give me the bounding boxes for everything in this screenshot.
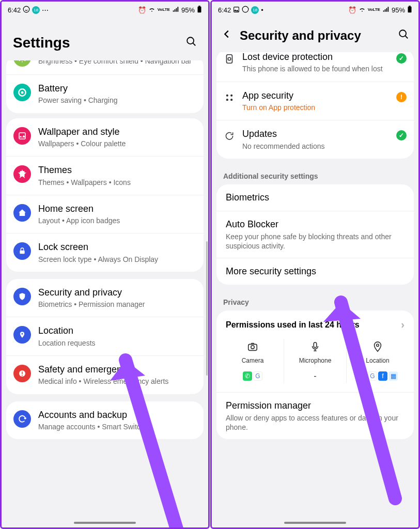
status-ok-icon: ✓ [396,53,407,64]
settings-item-security[interactable]: Security and privacy Biometrics • Permis… [6,279,204,317]
settings-item-sub: Themes • Wallpapers • Icons [38,178,196,187]
settings-item-lock[interactable]: Lock screen Screen lock type • Always On… [6,233,204,272]
item-updates[interactable]: Updates No recommended actions ✓ [216,120,414,159]
google-app-icon: G [368,371,377,381]
svg-rect-18 [408,7,412,12]
whatsapp-icon [23,6,30,14]
svg-point-29 [251,346,254,349]
themes-icon [13,165,31,183]
location-pin-icon [13,326,31,344]
perm-apps: ✆ G [223,371,283,381]
item-app-security[interactable]: App security Turn on App protection ! [216,82,414,120]
settings-header: Settings [2,18,208,60]
status-more-icon: ⋯ [42,7,49,13]
page-title: Settings [13,35,70,51]
signal-icon [382,6,390,14]
settings-card: Wallpaper and style Wallpapers • Colour … [6,118,204,272]
perm-apps: ✺ G f ▦ [348,371,408,381]
permissions-header[interactable]: Permissions used in last 24 hours › [216,310,414,336]
whatsapp-app-icon: ✆ [243,371,252,381]
item-label: App security [242,90,389,102]
gesture-bar[interactable] [74,522,136,524]
settings-card: Security and privacy Biometrics • Permis… [6,279,204,394]
battery-settings-icon [13,84,31,101]
wallpaper-icon [13,127,31,145]
settings-item-label: Accounts and backup [38,409,196,421]
svg-point-27 [230,99,232,101]
signal-icon [172,6,179,14]
gesture-bar[interactable] [284,522,346,524]
settings-item-safety[interactable]: Safety and emergency Medical info • Wire… [6,355,204,394]
svg-point-31 [377,344,379,347]
wifi-icon [359,6,366,14]
settings-item-label: Lock screen [38,241,196,253]
settings-item-sub: Manage accounts • Smart Switch [38,422,196,431]
wifi-icon [148,6,155,14]
search-icon[interactable] [185,36,197,50]
settings-screen: 6:42 18 ⋯ ⏰ VoLTE 95% Settings [0,0,210,529]
settings-item-location[interactable]: Location Location requests [6,317,204,355]
settings-item-sub: Wallpapers • Colour palette [38,139,196,148]
alarm-icon: ⏰ [138,7,146,13]
battery-percent: 95% [392,6,405,14]
svg-point-0 [23,6,29,12]
shield-icon [13,288,31,305]
security-header: Security and privacy [212,18,418,52]
privacy-card: Permissions used in last 24 hours › Came… [216,310,414,439]
battery-icon [407,6,412,14]
svg-point-20 [399,30,406,37]
settings-item-themes[interactable]: Themes Themes • Wallpapers • Icons [6,156,204,195]
svg-point-26 [226,99,228,101]
svg-line-21 [406,36,408,39]
chevron-right-icon: › [401,319,405,331]
status-time: 6:42 [218,6,231,14]
svg-rect-8 [19,133,25,139]
camera-icon [223,341,283,355]
lock-icon [13,242,31,260]
section-header: Privacy [212,292,418,310]
perm-microphone[interactable]: Microphone - [284,339,347,383]
status-warn-icon: ! [396,92,407,102]
settings-item-sub: Power saving • Charging [38,96,196,105]
battery-icon [197,6,202,14]
settings-item-home[interactable]: Home screen Layout • App icon badges [6,195,204,234]
status-bar: 6:42 18 ⋯ ⏰ VoLTE 95% [2,2,208,18]
item-auto-blocker[interactable]: Auto Blocker Keep your phone safe by blo… [216,211,414,258]
svg-point-3 [187,37,194,44]
settings-card: Accounts and backup Manage accounts • Sm… [6,401,204,440]
find-device-icon [224,53,235,65]
perm-apps: - [285,371,345,381]
app-icon: ✺ [357,371,367,381]
whatsapp-icon [242,6,249,14]
item-biometrics[interactable]: Biometrics [216,184,414,211]
settings-item-wallpaper[interactable]: Wallpaper and style Wallpapers • Colour … [6,118,204,157]
settings-item-label: Themes [38,164,196,176]
back-icon[interactable] [221,28,232,43]
item-more-security[interactable]: More security settings [216,258,414,285]
settings-card: Brightness • Eye comfort shield • Naviga… [6,60,204,113]
settings-item-display[interactable]: Brightness • Eye comfort shield • Naviga… [6,60,204,74]
sync-icon [13,410,31,428]
perm-location[interactable]: Location ✺ G f ▦ [347,339,409,383]
emergency-icon [13,365,31,382]
scrollbar[interactable] [206,241,208,376]
google-app-icon: G [253,371,262,381]
item-label: Permission manager [226,400,405,412]
item-permission-manager[interactable]: Permission manager Allow or deny apps to… [216,392,414,439]
facebook-app-icon: f [378,371,387,381]
section-header: Additional security settings [212,166,418,184]
location-icon [348,341,408,355]
settings-item-battery[interactable]: Battery Power saving • Charging [6,74,204,113]
svg-point-23 [228,57,231,60]
svg-point-25 [230,94,232,96]
search-icon[interactable] [398,28,409,43]
item-label: Lost device protection [242,52,389,63]
settings-item-accounts[interactable]: Accounts and backup Manage accounts • Sm… [6,401,204,440]
item-lost-device[interactable]: Lost device protection This phone is all… [216,52,414,82]
update-icon [224,130,235,142]
settings-item-sub: Medical info • Wireless emergency alerts [38,377,196,386]
item-sub: Keep your phone safe by blocking threats… [226,232,405,251]
svg-rect-13 [22,371,23,374]
perm-camera[interactable]: Camera ✆ G [222,339,284,383]
perm-label: Camera [223,357,283,364]
